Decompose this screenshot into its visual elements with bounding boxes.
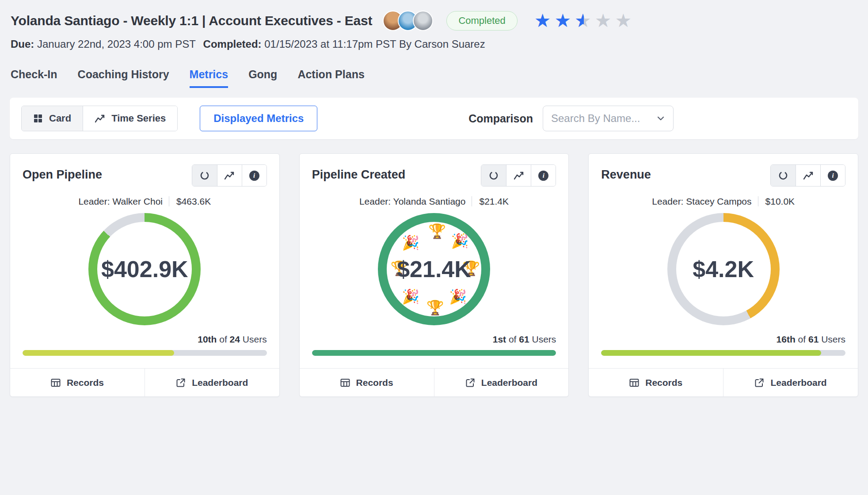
rank-progress-bar: [23, 350, 267, 356]
card-view-button[interactable]: Card: [22, 106, 83, 131]
donut-view-button[interactable]: [481, 165, 506, 186]
chevron-down-icon: [655, 113, 666, 124]
tab-check-in[interactable]: Check-In: [11, 68, 57, 88]
celebration-emoji: 🎉: [402, 288, 419, 305]
metric-view-buttons: [770, 164, 845, 187]
view-switcher: Card Time Series: [21, 106, 178, 131]
donut-view-button[interactable]: [192, 165, 217, 186]
displayed-metrics-button[interactable]: Displayed Metrics: [200, 106, 317, 131]
card-view-label: Card: [49, 113, 71, 124]
table-icon: [51, 378, 61, 387]
metric-card-revenue: Revenue Leader: Stacey Campos$10.0K: [588, 153, 858, 397]
header: Yolanda Santiago - Weekly 1:1 | Account …: [10, 11, 858, 31]
celebration-emoji: 🏆: [426, 299, 444, 316]
metric-card-footer: Records Leaderboard: [300, 368, 569, 396]
metrics-toolbar: Card Time Series Displayed Metrics Compa…: [10, 98, 858, 139]
metric-card-footer: Records Leaderboard: [589, 368, 858, 396]
metric-card-pipeline-created: Pipeline Created Leader: Yolanda Santiag…: [299, 153, 569, 397]
info-button[interactable]: [820, 165, 845, 186]
metric-view-buttons: [192, 164, 267, 187]
metric-cards: Open Pipeline Leader: Walker Choi$463.6K: [10, 153, 858, 397]
metric-title: Open Pipeline: [23, 168, 102, 182]
leaderboard-button[interactable]: Leaderboard: [145, 369, 279, 396]
leader-value: $21.4K: [472, 196, 509, 206]
leader-row: Leader: Yolanda Santiago$21.4K: [312, 196, 556, 207]
rank-row: 1st of 61 Users: [312, 334, 556, 345]
metric-value: $21.4K: [397, 256, 471, 282]
chart-view-button[interactable]: [217, 165, 242, 186]
due-value: January 22nd, 2023 4:00 pm PST: [37, 38, 196, 50]
celebration-emoji: 🎉: [449, 288, 467, 305]
metric-view-buttons: [481, 164, 556, 187]
tab-gong[interactable]: Gong: [248, 68, 277, 88]
external-link-icon: [465, 378, 475, 388]
table-icon: [629, 378, 639, 387]
rank-progress-fill: [601, 350, 821, 356]
rank-row: 16th of 61 Users: [601, 334, 845, 345]
donut-view-button[interactable]: [771, 165, 796, 186]
line-chart-icon: [95, 114, 105, 123]
page-title: Yolanda Santiago - Weekly 1:1 | Account …: [11, 13, 372, 28]
rank-progress-fill: [23, 350, 174, 356]
leader-row: Leader: Stacey Campos$10.0K: [601, 196, 845, 207]
due-completed-line: Due: January 22nd, 2023 4:00 pm PST Comp…: [10, 38, 858, 50]
completed-label: Completed:: [203, 38, 262, 50]
tab-action-plans[interactable]: Action Plans: [297, 68, 364, 88]
leader-value: $463.6K: [169, 196, 211, 206]
info-icon: [828, 171, 838, 181]
info-button[interactable]: [531, 165, 556, 186]
metric-value: $4.2K: [693, 256, 754, 282]
celebration-emoji: 🏆: [428, 223, 446, 240]
records-button[interactable]: Records: [589, 369, 723, 396]
table-icon: [340, 378, 350, 387]
leader-name: Leader: Walker Choi: [78, 196, 163, 206]
info-button[interactable]: [242, 165, 266, 186]
leader-value: $10.0K: [758, 196, 795, 206]
external-link-icon: [176, 378, 186, 388]
metric-value: $402.9K: [101, 256, 188, 282]
tab-metrics[interactable]: Metrics: [190, 68, 228, 88]
metric-title: Pipeline Created: [312, 168, 406, 182]
coaching-session-page: Yolanda Santiago - Weekly 1:1 | Account …: [0, 0, 868, 397]
comparison-select[interactable]: Search By Name...: [543, 106, 674, 131]
leader-name: Leader: Stacey Campos: [652, 196, 751, 206]
time-series-label: Time Series: [111, 113, 166, 124]
celebration-emoji: 🎉: [451, 232, 469, 249]
rank-progress-fill: [312, 350, 556, 356]
rank-progress-bar: [601, 350, 845, 356]
leader-row: Leader: Walker Choi$463.6K: [23, 196, 267, 207]
chart-view-button[interactable]: [506, 165, 531, 186]
leader-name: Leader: Yolanda Santiago: [359, 196, 466, 206]
rank-row: 10th of 24 Users: [23, 334, 267, 345]
star-rating[interactable]: ★★★★★★: [534, 11, 632, 30]
records-button[interactable]: Records: [300, 369, 434, 396]
metric-card-footer: Records Leaderboard: [10, 368, 279, 396]
info-icon: [249, 171, 259, 181]
comparison-label: Comparison: [468, 112, 533, 125]
comparison-placeholder: Search By Name...: [551, 112, 640, 125]
metric-card-open-pipeline: Open Pipeline Leader: Walker Choi$463.6K: [10, 153, 280, 397]
celebration-emoji: 🎉: [402, 234, 419, 251]
participant-avatars: [383, 11, 433, 31]
chart-view-button[interactable]: [796, 165, 820, 186]
metric-title: Revenue: [601, 168, 651, 182]
completed-value: 01/15/2023 at 11:17pm PST By Carson Suar…: [264, 38, 485, 50]
leaderboard-button[interactable]: Leaderboard: [434, 369, 569, 396]
rank-progress-bar: [312, 350, 556, 356]
leaderboard-button[interactable]: Leaderboard: [723, 369, 858, 396]
records-button[interactable]: Records: [10, 369, 145, 396]
external-link-icon: [754, 378, 764, 388]
tab-bar: Check-In Coaching History Metrics Gong A…: [10, 68, 858, 88]
comparison-group: Comparison Search By Name...: [468, 106, 674, 131]
tab-coaching-history[interactable]: Coaching History: [78, 68, 169, 88]
avatar: [413, 11, 433, 31]
metric-donut: $4.2K: [667, 213, 780, 325]
status-badge: Completed: [446, 11, 517, 30]
metric-donut: $402.9K: [88, 213, 201, 325]
info-icon: [538, 171, 548, 181]
metric-donut: $21.4K 🏆🎉🎉🏆🏆🎉🎉🏆: [378, 213, 490, 325]
time-series-view-button[interactable]: Time Series: [83, 106, 177, 131]
grid-icon: [33, 114, 43, 123]
due-label: Due:: [11, 38, 34, 50]
